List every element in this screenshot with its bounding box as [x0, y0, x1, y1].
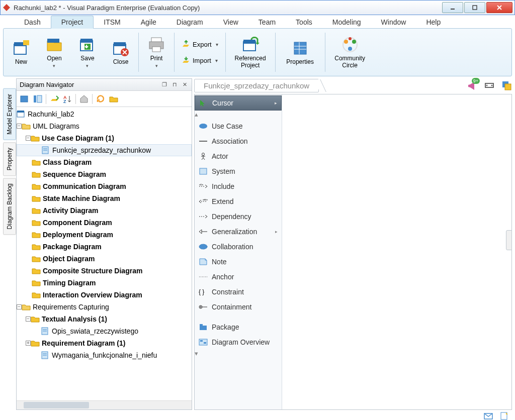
- tree-item[interactable]: Class Diagram: [17, 156, 192, 168]
- tree-item[interactable]: Interaction Overview Diagram: [17, 289, 192, 301]
- tab-window[interactable]: Window: [371, 16, 416, 28]
- tab-project[interactable]: Project: [51, 16, 94, 29]
- close-project-button[interactable]: Close: [105, 31, 136, 74]
- tree-item[interactable]: Component Diagram: [17, 217, 192, 229]
- tree-item[interactable]: Deployment Diagram: [17, 229, 192, 241]
- palette-collapse-down[interactable]: ▾: [195, 350, 282, 358]
- save-button[interactable]: Save▾: [72, 31, 103, 74]
- palette-constraint[interactable]: { }Constraint: [195, 284, 282, 299]
- palette-overview[interactable]: Diagram Overview: [195, 335, 282, 350]
- tree-item[interactable]: Object Diagram: [17, 253, 192, 265]
- document-tab[interactable]: Funkcje_sprzedazy_rachunkow: [194, 79, 319, 92]
- maximize-button[interactable]: [464, 2, 485, 13]
- sidetab-property[interactable]: Property: [3, 142, 16, 176]
- layers-icon[interactable]: [501, 80, 512, 91]
- properties-icon: [291, 39, 309, 57]
- nav-pin-icon[interactable]: ⊓: [170, 81, 179, 89]
- fit-icon[interactable]: [484, 80, 495, 91]
- nav-expand-icon[interactable]: [49, 94, 59, 104]
- nav-list-icon[interactable]: [33, 94, 43, 104]
- palette-usecase[interactable]: Use Case: [195, 119, 282, 134]
- community-circle-button[interactable]: Community Circle: [327, 31, 373, 74]
- tree-folder-req[interactable]: −Requirements Capturing: [17, 301, 192, 313]
- svg-rect-7: [23, 40, 29, 45]
- palette-collab[interactable]: Collaboration: [195, 239, 282, 254]
- tab-view[interactable]: View: [213, 16, 248, 28]
- tree-leaf[interactable]: Funkcje_sprzedazy_rachunkow: [17, 144, 192, 156]
- palette-actor[interactable]: Actor: [195, 149, 282, 164]
- tree-item[interactable]: Timing Diagram: [17, 277, 192, 289]
- nav-new-icon[interactable]: [20, 94, 30, 104]
- side-tabs: Model Explorer Property Diagram Backlog: [3, 78, 16, 410]
- app-icon: [3, 4, 11, 12]
- import-button[interactable]: Import▾: [179, 53, 221, 68]
- tree-root[interactable]: Rachunki_lab2: [17, 108, 192, 120]
- palette-anchor[interactable]: Anchor: [195, 269, 282, 284]
- tab-tools[interactable]: Tools: [286, 16, 322, 28]
- nav-sort-icon[interactable]: AZ: [62, 94, 72, 104]
- titlebar: Rachunki_lab2 * - Visual Paradigm Enterp…: [0, 0, 515, 15]
- palette-extend[interactable]: «e»Extend: [195, 194, 282, 209]
- palette-note[interactable]: Note: [195, 254, 282, 269]
- svg-rect-8: [47, 39, 59, 43]
- tab-team[interactable]: Team: [248, 16, 286, 28]
- tab-agile[interactable]: Agile: [131, 16, 166, 28]
- canvas-side-handle[interactable]: [506, 230, 512, 250]
- tree-item[interactable]: State Machine Diagram: [17, 192, 192, 204]
- close-button[interactable]: [486, 2, 512, 13]
- palette-dep[interactable]: Dependency: [195, 209, 282, 224]
- palette-cursor[interactable]: Cursor▸: [195, 95, 282, 111]
- tree-item[interactable]: −Use Case Diagram (1): [17, 132, 192, 144]
- palette-collapse-up[interactable]: ▴: [195, 111, 282, 119]
- tab-itsm[interactable]: ITSM: [94, 16, 130, 28]
- svg-point-28: [348, 47, 352, 51]
- tree-item[interactable]: Activity Diagram: [17, 204, 192, 217]
- note-status-icon[interactable]: [500, 412, 509, 420]
- tree-item[interactable]: Communication Diagram: [17, 180, 192, 192]
- diagram-canvas[interactable]: [282, 94, 511, 409]
- palette-system[interactable]: System: [195, 164, 282, 179]
- tree-item[interactable]: −Textual Analysis (1): [17, 313, 192, 325]
- svg-rect-20: [243, 40, 255, 44]
- referenced-project-button[interactable]: Referenced Project: [228, 31, 273, 74]
- print-button[interactable]: Print▾: [141, 31, 172, 74]
- palette-contain[interactable]: Containment: [195, 299, 282, 314]
- svg-rect-58: [200, 168, 207, 174]
- tree-item[interactable]: Composite Structure Diagram: [17, 265, 192, 277]
- tree-folder-uml[interactable]: −UML Diagrams: [17, 120, 192, 132]
- tab-modeling[interactable]: Modeling: [322, 16, 371, 28]
- mail-icon[interactable]: [484, 412, 493, 420]
- open-button[interactable]: Open▾: [39, 31, 70, 74]
- nav-folder-icon[interactable]: [109, 94, 119, 104]
- svg-rect-10: [80, 39, 93, 43]
- statusbar: [0, 410, 515, 420]
- nav-close-icon[interactable]: ✕: [181, 81, 189, 89]
- palette-gen[interactable]: Generalization▸: [195, 224, 282, 239]
- nav-restore-icon[interactable]: ❐: [160, 81, 168, 89]
- tree-leaf[interactable]: Opis_swiata_rzeczywistego: [17, 325, 192, 337]
- tree-item[interactable]: Sequence Diagram: [17, 168, 192, 180]
- tree-item[interactable]: +Requirement Diagram (1): [17, 337, 192, 349]
- sidetab-model-explorer[interactable]: Model Explorer: [3, 88, 16, 140]
- palette-assoc[interactable]: Association: [195, 134, 282, 149]
- sidetab-diagram-backlog[interactable]: Diagram Backlog: [3, 178, 16, 235]
- tree-leaf[interactable]: Wymagania_funkcjonalne_i_niefu: [17, 349, 192, 361]
- svg-marker-0: [3, 4, 10, 11]
- tab-help[interactable]: Help: [416, 16, 451, 28]
- nav-home-icon[interactable]: [79, 94, 89, 104]
- tab-dash[interactable]: Dash: [14, 16, 51, 28]
- import-icon: [182, 56, 191, 65]
- tab-diagram[interactable]: Diagram: [166, 16, 213, 28]
- properties-button[interactable]: Properties: [278, 31, 323, 74]
- notifications-button[interactable]: 9+: [464, 80, 478, 91]
- nav-refresh-icon[interactable]: [96, 94, 106, 104]
- new-button[interactable]: New: [6, 31, 37, 74]
- tree-item[interactable]: Package Diagram: [17, 241, 192, 253]
- navigator-hscrollbar[interactable]: [17, 400, 192, 409]
- palette-include[interactable]: «i»Include: [195, 179, 282, 194]
- navigator-tree[interactable]: Rachunki_lab2−UML Diagrams−Use Case Diag…: [17, 107, 192, 400]
- palette-package[interactable]: Package: [195, 320, 282, 335]
- save-icon: [78, 36, 97, 54]
- minimize-button[interactable]: [442, 2, 463, 13]
- export-button[interactable]: Export▾: [179, 37, 221, 52]
